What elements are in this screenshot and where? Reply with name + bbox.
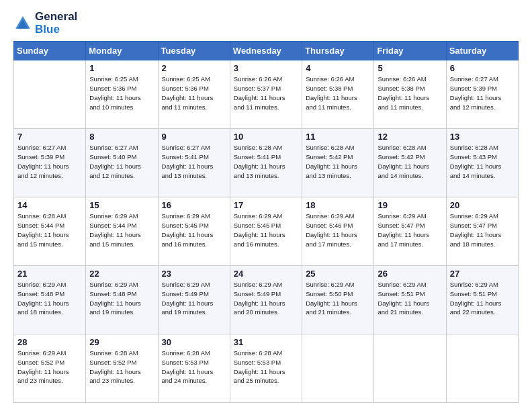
day-info: Sunrise: 6:29 AM Sunset: 5:45 PM Dayligh… (162, 212, 226, 248)
day-info: Sunrise: 6:27 AM Sunset: 5:39 PM Dayligh… (17, 143, 82, 180)
calendar-day-cell: 20Sunrise: 6:29 AM Sunset: 5:47 PM Dayli… (446, 197, 518, 266)
day-number: 5 (378, 63, 442, 73)
calendar-table: SundayMondayTuesdayWednesdayThursdayFrid… (13, 41, 519, 403)
day-of-week-header: Thursday (302, 42, 374, 60)
day-number: 26 (378, 269, 442, 279)
calendar-day-cell: 29Sunrise: 6:28 AM Sunset: 5:52 PM Dayli… (86, 334, 158, 403)
calendar-day-cell: 24Sunrise: 6:29 AM Sunset: 5:49 PM Dayli… (230, 266, 302, 334)
calendar-day-cell: 31Sunrise: 6:28 AM Sunset: 5:53 PM Dayli… (230, 334, 302, 403)
header: General Blue (13, 11, 519, 36)
calendar-day-cell: 22Sunrise: 6:29 AM Sunset: 5:48 PM Dayli… (86, 266, 158, 334)
logo: General Blue (13, 11, 77, 36)
day-info: Sunrise: 6:27 AM Sunset: 5:41 PM Dayligh… (162, 143, 226, 180)
calendar-day-cell: 12Sunrise: 6:28 AM Sunset: 5:42 PM Dayli… (374, 129, 446, 197)
day-number: 20 (450, 200, 515, 210)
day-info: Sunrise: 6:29 AM Sunset: 5:47 PM Dayligh… (378, 212, 442, 248)
day-info: Sunrise: 6:29 AM Sunset: 5:49 PM Dayligh… (162, 280, 226, 317)
day-info: Sunrise: 6:27 AM Sunset: 5:40 PM Dayligh… (89, 143, 154, 180)
day-number: 21 (17, 269, 82, 279)
day-number: 18 (306, 200, 370, 210)
day-info: Sunrise: 6:29 AM Sunset: 5:45 PM Dayligh… (234, 212, 298, 248)
day-number: 29 (89, 337, 154, 347)
day-number: 2 (162, 63, 226, 73)
logo-text: General Blue (35, 11, 77, 36)
calendar-day-cell: 8Sunrise: 6:27 AM Sunset: 5:40 PM Daylig… (86, 129, 158, 197)
day-info: Sunrise: 6:29 AM Sunset: 5:46 PM Dayligh… (306, 212, 370, 248)
calendar-day-cell: 28Sunrise: 6:29 AM Sunset: 5:52 PM Dayli… (14, 334, 86, 403)
calendar-day-cell: 21Sunrise: 6:29 AM Sunset: 5:48 PM Dayli… (14, 266, 86, 334)
day-info: Sunrise: 6:28 AM Sunset: 5:41 PM Dayligh… (234, 143, 298, 180)
calendar-day-cell: 4Sunrise: 6:26 AM Sunset: 5:38 PM Daylig… (302, 60, 374, 129)
day-number: 27 (450, 269, 515, 279)
calendar-week-row: 14Sunrise: 6:28 AM Sunset: 5:44 PM Dayli… (14, 197, 519, 266)
day-info: Sunrise: 6:29 AM Sunset: 5:44 PM Dayligh… (89, 212, 154, 248)
calendar-week-row: 21Sunrise: 6:29 AM Sunset: 5:48 PM Dayli… (14, 266, 519, 334)
day-number: 13 (450, 132, 515, 142)
day-number: 7 (17, 132, 82, 142)
calendar-day-cell: 3Sunrise: 6:26 AM Sunset: 5:37 PM Daylig… (230, 60, 302, 129)
calendar-week-row: 7Sunrise: 6:27 AM Sunset: 5:39 PM Daylig… (14, 129, 519, 197)
day-info: Sunrise: 6:28 AM Sunset: 5:44 PM Dayligh… (17, 212, 82, 248)
day-number: 22 (89, 269, 154, 279)
day-number: 23 (162, 269, 226, 279)
day-info: Sunrise: 6:28 AM Sunset: 5:53 PM Dayligh… (234, 349, 298, 385)
calendar-day-cell: 18Sunrise: 6:29 AM Sunset: 5:46 PM Dayli… (302, 197, 374, 266)
day-number: 25 (306, 269, 370, 279)
day-number: 6 (450, 63, 515, 73)
calendar-day-cell: 25Sunrise: 6:29 AM Sunset: 5:50 PM Dayli… (302, 266, 374, 334)
calendar-day-cell (14, 60, 86, 129)
day-number: 12 (378, 132, 442, 142)
day-info: Sunrise: 6:26 AM Sunset: 5:37 PM Dayligh… (234, 75, 298, 111)
day-info: Sunrise: 6:29 AM Sunset: 5:49 PM Dayligh… (234, 280, 298, 317)
day-info: Sunrise: 6:25 AM Sunset: 5:36 PM Dayligh… (162, 75, 226, 111)
day-of-week-header: Saturday (446, 42, 518, 60)
day-info: Sunrise: 6:29 AM Sunset: 5:48 PM Dayligh… (17, 280, 82, 317)
calendar-header-row: SundayMondayTuesdayWednesdayThursdayFrid… (14, 42, 519, 60)
day-number: 1 (89, 63, 154, 73)
day-number: 10 (234, 132, 298, 142)
day-info: Sunrise: 6:25 AM Sunset: 5:36 PM Dayligh… (89, 75, 154, 111)
calendar-day-cell (374, 334, 446, 403)
calendar-day-cell: 30Sunrise: 6:28 AM Sunset: 5:53 PM Dayli… (158, 334, 230, 403)
day-number: 31 (234, 337, 298, 347)
day-info: Sunrise: 6:28 AM Sunset: 5:53 PM Dayligh… (162, 349, 226, 385)
calendar-day-cell: 14Sunrise: 6:28 AM Sunset: 5:44 PM Dayli… (14, 197, 86, 266)
day-info: Sunrise: 6:29 AM Sunset: 5:47 PM Dayligh… (450, 212, 515, 248)
calendar-day-cell: 19Sunrise: 6:29 AM Sunset: 5:47 PM Dayli… (374, 197, 446, 266)
calendar-day-cell: 27Sunrise: 6:29 AM Sunset: 5:51 PM Dayli… (446, 266, 518, 334)
calendar-day-cell: 5Sunrise: 6:26 AM Sunset: 5:38 PM Daylig… (374, 60, 446, 129)
calendar-day-cell: 6Sunrise: 6:27 AM Sunset: 5:39 PM Daylig… (446, 60, 518, 129)
day-info: Sunrise: 6:26 AM Sunset: 5:38 PM Dayligh… (378, 75, 442, 111)
calendar-day-cell: 16Sunrise: 6:29 AM Sunset: 5:45 PM Dayli… (158, 197, 230, 266)
day-info: Sunrise: 6:29 AM Sunset: 5:51 PM Dayligh… (378, 280, 442, 317)
day-number: 19 (378, 200, 442, 210)
calendar-day-cell (302, 334, 374, 403)
calendar-day-cell: 13Sunrise: 6:28 AM Sunset: 5:43 PM Dayli… (446, 129, 518, 197)
calendar-day-cell: 1Sunrise: 6:25 AM Sunset: 5:36 PM Daylig… (86, 60, 158, 129)
calendar-week-row: 28Sunrise: 6:29 AM Sunset: 5:52 PM Dayli… (14, 334, 519, 403)
day-number: 24 (234, 269, 298, 279)
calendar-day-cell: 11Sunrise: 6:28 AM Sunset: 5:42 PM Dayli… (302, 129, 374, 197)
calendar-week-row: 1Sunrise: 6:25 AM Sunset: 5:36 PM Daylig… (14, 60, 519, 129)
day-info: Sunrise: 6:26 AM Sunset: 5:38 PM Dayligh… (306, 75, 370, 111)
calendar-day-cell: 7Sunrise: 6:27 AM Sunset: 5:39 PM Daylig… (14, 129, 86, 197)
calendar-day-cell: 15Sunrise: 6:29 AM Sunset: 5:44 PM Dayli… (86, 197, 158, 266)
calendar-day-cell (446, 334, 518, 403)
day-info: Sunrise: 6:27 AM Sunset: 5:39 PM Dayligh… (450, 75, 515, 111)
day-number: 15 (89, 200, 154, 210)
day-info: Sunrise: 6:28 AM Sunset: 5:42 PM Dayligh… (378, 143, 442, 180)
day-number: 30 (162, 337, 226, 347)
day-of-week-header: Wednesday (230, 42, 302, 60)
day-of-week-header: Tuesday (158, 42, 230, 60)
day-number: 4 (306, 63, 370, 73)
day-of-week-header: Monday (86, 42, 158, 60)
day-info: Sunrise: 6:28 AM Sunset: 5:43 PM Dayligh… (450, 143, 515, 180)
day-info: Sunrise: 6:29 AM Sunset: 5:52 PM Dayligh… (17, 349, 82, 385)
day-number: 28 (17, 337, 82, 347)
calendar-day-cell: 26Sunrise: 6:29 AM Sunset: 5:51 PM Dayli… (374, 266, 446, 334)
page: General Blue SundayMondayTuesdayWednesda… (0, 0, 532, 411)
day-number: 11 (306, 132, 370, 142)
calendar-day-cell: 2Sunrise: 6:25 AM Sunset: 5:36 PM Daylig… (158, 60, 230, 129)
day-number: 9 (162, 132, 226, 142)
day-info: Sunrise: 6:29 AM Sunset: 5:50 PM Dayligh… (306, 280, 370, 317)
